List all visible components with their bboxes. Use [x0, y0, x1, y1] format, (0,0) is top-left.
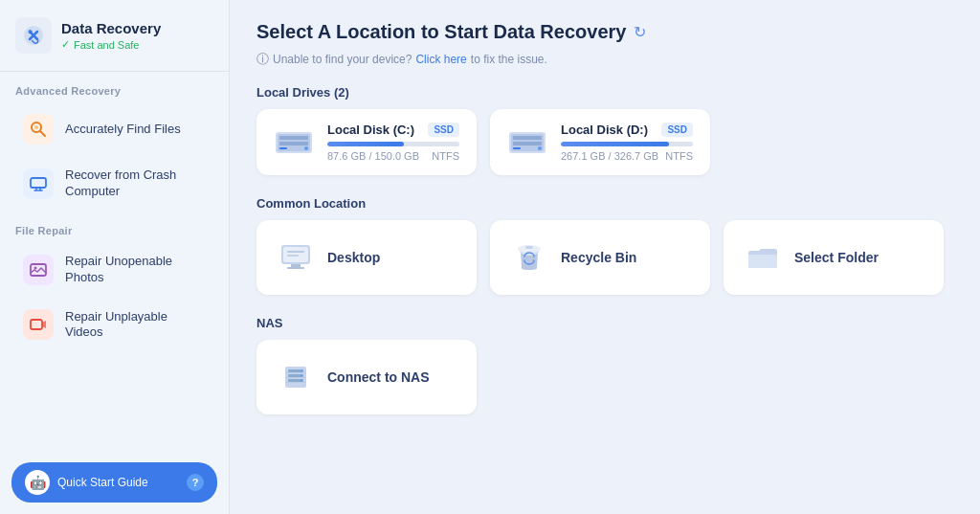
drive-badge-d: SSD — [661, 123, 693, 137]
page-title: Select A Location to Start Data Recovery — [256, 21, 626, 43]
svg-rect-22 — [513, 147, 521, 149]
robot-icon: 🤖 — [25, 470, 50, 495]
info-icon: ⓘ — [256, 51, 269, 68]
drive-used-d: 267.1 GB / 326.7 GB — [561, 150, 658, 162]
svg-rect-15 — [279, 142, 308, 145]
location-grid: Desktop Recycle Bin — [256, 220, 953, 295]
nas-grid: Connect to NAS — [256, 340, 953, 414]
svg-point-39 — [301, 375, 302, 377]
drive-name-d: Local Disk (D:) — [561, 123, 648, 137]
question-badge: ? — [187, 474, 204, 491]
svg-point-23 — [538, 146, 542, 150]
sidebar-item-recover-crash[interactable]: Recover from Crash Computer — [8, 158, 221, 210]
drive-progress-fill-c — [327, 142, 404, 146]
sidebar-item-label: Repair Unopenable Photos — [65, 254, 206, 286]
sidebar-title-area: Data Recovery Fast and Safe — [61, 20, 161, 51]
drive-fs-d: NTFS — [665, 150, 693, 162]
location-card-recycle-bin[interactable]: Recycle Bin — [490, 220, 710, 295]
drive-name-row-c: Local Disk (C:) SSD — [327, 123, 459, 137]
svg-point-38 — [301, 370, 302, 372]
drive-progress-bg-d — [561, 142, 693, 146]
svg-rect-14 — [279, 136, 308, 140]
refresh-icon[interactable]: ↻ — [634, 23, 646, 41]
sidebar-item-label: Accurately Find Files — [65, 122, 181, 138]
location-label-select-folder: Select Folder — [794, 250, 879, 265]
drive-info-c: Local Disk (C:) SSD 87.6 GB / 150.0 GB N… — [327, 123, 459, 162]
svg-point-3 — [34, 125, 38, 129]
quick-start-button[interactable]: 🤖 Quick Start Guide ? — [11, 462, 217, 503]
location-label-desktop: Desktop — [327, 250, 380, 265]
svg-point-10 — [34, 266, 37, 269]
video-icon — [23, 309, 54, 340]
search-icon — [23, 114, 54, 145]
drive-icon-d — [507, 126, 547, 159]
svg-point-17 — [304, 146, 308, 150]
app-subtitle: Fast and Safe — [61, 38, 161, 51]
sidebar-item-label: Repair Unplayable Videos — [65, 309, 206, 342]
help-suffix: to fix the issue. — [471, 53, 547, 66]
location-label-recycle-bin: Recycle Bin — [561, 250, 636, 265]
help-text-content: Unable to find your device? — [273, 53, 412, 66]
drive-card-c[interactable]: Local Disk (C:) SSD 87.6 GB / 150.0 GB N… — [256, 109, 477, 175]
drive-size-c: 87.6 GB / 150.0 GB NTFS — [327, 150, 459, 162]
svg-rect-28 — [287, 251, 304, 253]
sidebar: Data Recovery Fast and Safe Advanced Rec… — [0, 0, 230, 514]
sidebar-item-repair-photos[interactable]: Repair Unopenable Photos — [8, 244, 221, 296]
sidebar-item-accurately-find-files[interactable]: Accurately Find Files — [8, 104, 221, 154]
drive-name-row-d: Local Disk (D:) SSD — [561, 123, 693, 137]
svg-line-2 — [40, 131, 45, 136]
main-header: Select A Location to Start Data Recovery… — [256, 21, 953, 43]
nas-label: NAS — [256, 316, 953, 330]
drive-progress-fill-d — [561, 142, 669, 146]
crash-icon — [23, 168, 54, 199]
svg-rect-26 — [291, 264, 301, 267]
svg-rect-16 — [279, 147, 287, 149]
svg-rect-11 — [31, 320, 42, 329]
location-card-nas[interactable]: Connect to NAS — [256, 340, 477, 414]
tool-icon — [22, 24, 45, 47]
svg-rect-20 — [513, 136, 542, 140]
svg-rect-27 — [287, 267, 304, 269]
sidebar-item-label: Recover from Crash Computer — [65, 168, 206, 200]
drive-size-d: 267.1 GB / 326.7 GB NTFS — [561, 150, 693, 162]
photo-icon — [23, 255, 54, 285]
drives-row: Local Disk (C:) SSD 87.6 GB / 150.0 GB N… — [256, 109, 953, 175]
help-text: ⓘ Unable to find your device? Click here… — [256, 51, 953, 68]
drive-name-c: Local Disk (C:) — [327, 123, 414, 137]
file-repair-label: File Repair — [0, 212, 229, 242]
local-drives-label: Local Drives (2) — [256, 85, 953, 100]
recycle-bin-icon — [511, 239, 547, 276]
drive-progress-bg-c — [327, 142, 459, 146]
drive-fs-c: NTFS — [432, 150, 459, 162]
desktop-icon — [278, 239, 314, 276]
main-content: Select A Location to Start Data Recovery… — [230, 0, 980, 514]
drive-used-c: 87.6 GB / 150.0 GB — [327, 150, 419, 162]
svg-rect-21 — [513, 142, 542, 145]
folder-icon — [745, 239, 781, 276]
drive-info-d: Local Disk (D:) SSD 267.1 GB / 326.7 GB … — [561, 123, 693, 162]
location-card-select-folder[interactable]: Select Folder — [724, 220, 944, 295]
drive-icon-c — [274, 126, 314, 159]
location-card-desktop[interactable]: Desktop — [256, 220, 477, 295]
quick-start-label: Quick Start Guide — [57, 476, 148, 489]
advanced-recovery-label: Advanced Recovery — [0, 72, 229, 102]
location-label-nas: Connect to NAS — [327, 369, 430, 385]
sidebar-header: Data Recovery Fast and Safe — [0, 0, 229, 72]
app-logo — [15, 17, 52, 54]
help-link[interactable]: Click here — [415, 53, 466, 66]
svg-rect-29 — [287, 255, 299, 257]
drive-badge-c: SSD — [428, 123, 459, 137]
nas-icon — [278, 359, 314, 395]
svg-rect-4 — [31, 178, 46, 188]
app-title: Data Recovery — [61, 20, 161, 36]
sidebar-item-repair-videos[interactable]: Repair Unplayable Videos — [8, 300, 221, 351]
common-location-label: Common Location — [256, 196, 953, 211]
sidebar-bottom: 🤖 Quick Start Guide ? — [0, 451, 229, 514]
drive-card-d[interactable]: Local Disk (D:) SSD 267.1 GB / 326.7 GB … — [490, 109, 710, 175]
svg-rect-33 — [525, 246, 533, 249]
svg-point-40 — [301, 380, 302, 382]
